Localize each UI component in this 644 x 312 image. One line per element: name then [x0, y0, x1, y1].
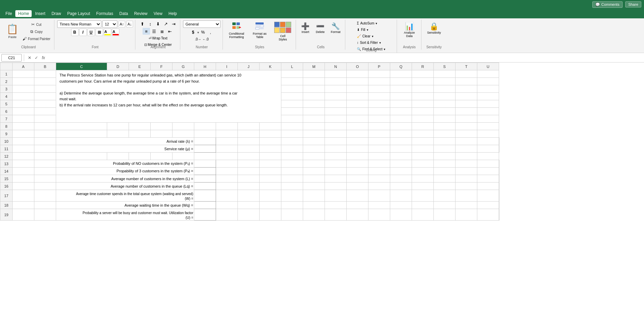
cell-J16[interactable] [260, 183, 281, 190]
cell-T10[interactable] [477, 138, 499, 145]
font-size-select[interactable]: 891011 121416 [102, 20, 117, 28]
col-header-E[interactable]: E [129, 63, 151, 70]
cell-C8[interactable] [56, 123, 107, 130]
col-header-M[interactable]: M [303, 63, 325, 70]
cell-O9[interactable] [347, 130, 368, 138]
cell-P2[interactable] [368, 78, 390, 85]
cell-M4[interactable] [303, 93, 325, 100]
cell-B12[interactable] [34, 153, 56, 160]
cell-R2[interactable] [412, 78, 434, 85]
cell-Q18[interactable] [412, 202, 434, 209]
cell-U12[interactable] [477, 153, 499, 160]
cell-G19[interactable] [194, 209, 216, 221]
cell-B7[interactable] [34, 115, 56, 123]
cell-P10[interactable] [390, 138, 412, 145]
cell-H15[interactable] [216, 175, 238, 183]
cell-P3[interactable] [368, 85, 390, 93]
cell-P13[interactable] [390, 160, 412, 168]
cell-J15[interactable] [260, 175, 281, 183]
col-header-J[interactable]: J [238, 63, 260, 70]
cell-U17[interactable] [499, 190, 499, 202]
cell-K12[interactable] [260, 153, 281, 160]
cell-P12[interactable] [368, 153, 390, 160]
cell-S3[interactable] [434, 85, 456, 93]
cell-T13[interactable] [477, 160, 499, 168]
cell-L15[interactable] [303, 175, 325, 183]
cell-N14[interactable] [347, 168, 368, 175]
cell-M6[interactable] [303, 108, 325, 115]
cell-O11[interactable] [368, 145, 390, 153]
cell-L10[interactable] [303, 138, 325, 145]
cell-I10[interactable] [238, 138, 260, 145]
cell-A6[interactable] [13, 108, 34, 115]
cell-B9[interactable] [34, 130, 56, 138]
cell-M12[interactable] [303, 153, 325, 160]
cell-U11[interactable] [499, 145, 499, 153]
cell-T19[interactable] [477, 209, 499, 221]
col-header-S[interactable]: S [434, 63, 456, 70]
cell-E12[interactable] [129, 153, 151, 160]
cell-L4[interactable] [281, 93, 303, 100]
cell-Q13[interactable] [412, 160, 434, 168]
cell-A2[interactable] [13, 78, 34, 85]
cell-N8[interactable] [325, 123, 347, 130]
cell-U16[interactable] [499, 183, 499, 190]
cell-G17[interactable] [194, 190, 216, 202]
cell-N12[interactable] [325, 153, 347, 160]
cell-H13[interactable] [216, 160, 238, 168]
cell-U14[interactable] [499, 168, 499, 175]
cell-G8[interactable] [172, 123, 194, 130]
cell-B6[interactable] [34, 108, 56, 115]
cell-A19[interactable] [13, 209, 34, 221]
cell-Q6[interactable] [390, 108, 412, 115]
cell-B2[interactable] [34, 78, 56, 85]
align-top-button[interactable]: ⬆ [139, 20, 146, 27]
cell-L5[interactable] [281, 100, 303, 108]
cell-A13[interactable] [13, 160, 34, 168]
cell-T14[interactable] [477, 168, 499, 175]
cell-N1[interactable] [325, 70, 347, 78]
cell-N18[interactable] [347, 202, 368, 209]
cell-G9[interactable] [172, 130, 194, 138]
cell-B4[interactable] [34, 93, 56, 100]
cell-I14[interactable] [238, 168, 260, 175]
cell-B10[interactable] [34, 138, 56, 145]
cell-I9[interactable] [216, 130, 238, 138]
cell-M1[interactable] [303, 70, 325, 78]
bold-button[interactable]: B [71, 29, 79, 36]
number-format-select[interactable]: General Number Currency Percentage [183, 20, 220, 28]
cell-U18[interactable] [499, 202, 499, 209]
cell-T12[interactable] [456, 153, 477, 160]
cell-K17[interactable] [281, 190, 303, 202]
cell-J12[interactable] [238, 153, 260, 160]
cell-Q10[interactable] [412, 138, 434, 145]
cell-F12[interactable] [151, 153, 172, 160]
cell-A14[interactable] [13, 168, 34, 175]
cell-L17[interactable] [303, 190, 325, 202]
cell-S13[interactable] [456, 160, 477, 168]
cell-L13[interactable] [303, 160, 325, 168]
menu-page-layout[interactable]: Page Layout [64, 10, 93, 17]
cell-A7[interactable] [13, 115, 34, 123]
cell-P8[interactable] [368, 123, 390, 130]
paste-button[interactable]: 📋 Paste [5, 20, 20, 41]
insert-button[interactable]: ➕ Insert [299, 20, 312, 35]
cell-O2[interactable] [347, 78, 368, 85]
cell-R10[interactable] [434, 138, 456, 145]
cell-P1[interactable] [368, 70, 390, 78]
decrease-font-size-button[interactable]: A↓ [126, 21, 133, 28]
cell-M16[interactable] [325, 183, 347, 190]
cell-I17[interactable] [238, 190, 260, 202]
col-header-U[interactable]: U [477, 63, 499, 70]
cell-I18[interactable] [238, 202, 260, 209]
cell-P16[interactable] [390, 183, 412, 190]
problem-description-cell[interactable]: The Petroco Service Station has one pump… [56, 70, 281, 123]
cell-B3[interactable] [34, 85, 56, 93]
cell-L7[interactable] [281, 115, 303, 123]
underline-button[interactable]: U [87, 29, 95, 36]
cell-R11[interactable] [434, 145, 456, 153]
cell-C12[interactable] [56, 153, 107, 160]
cell-J13[interactable] [260, 160, 281, 168]
cell-U13[interactable] [499, 160, 499, 168]
cell-L12[interactable] [281, 153, 303, 160]
